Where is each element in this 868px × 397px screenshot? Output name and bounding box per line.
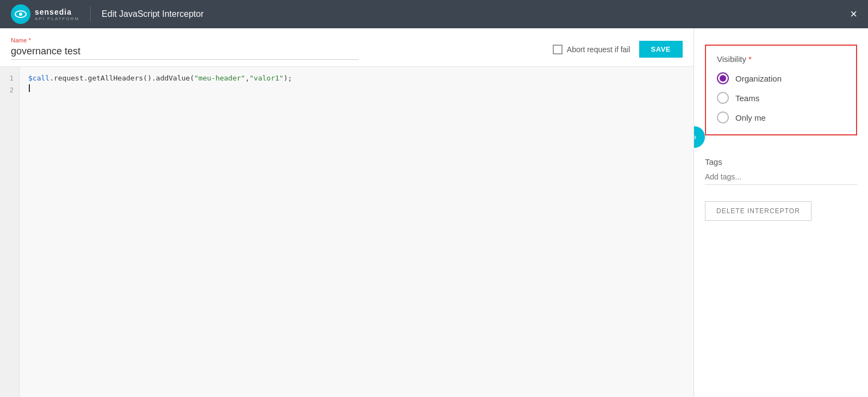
radio-circle-organization xyxy=(717,72,729,84)
abort-checkbox[interactable] xyxy=(553,45,563,54)
name-field-wrapper: Name * xyxy=(11,37,359,60)
page-title: Edit JavaScript Interceptor xyxy=(102,9,204,19)
code-line-1: $call.request.getAllHeaders().addValue("… xyxy=(28,72,685,84)
svg-point-2 xyxy=(19,13,22,16)
line-num-2: 2 xyxy=(9,84,14,96)
line-numbers: 1 2 xyxy=(0,67,20,397)
tags-input[interactable] xyxy=(705,172,857,185)
right-sidebar: » Visibility * Organization Teams Only m… xyxy=(694,28,868,397)
radio-teams[interactable]: Teams xyxy=(717,92,845,104)
code-content[interactable]: $call.request.getAllHeaders().addValue("… xyxy=(20,67,694,397)
code-var: $call xyxy=(28,72,49,84)
radio-only-me[interactable]: Only me xyxy=(717,111,845,123)
code-editor: 1 2 $call.request.getAllHeaders().addVal… xyxy=(0,67,694,397)
close-button[interactable]: × xyxy=(850,8,857,20)
header-left: sensedia API PLATFORM Edit JavaScript In… xyxy=(11,4,204,24)
name-section: Name * Abort request if fail SAVE xyxy=(0,28,694,67)
delete-section: DELETE INTERCEPTOR xyxy=(694,196,868,232)
visibility-title: Visibility * xyxy=(717,54,845,64)
code-end: ); xyxy=(284,72,292,84)
code-method: .request.getAllHeaders().addValue( xyxy=(49,72,194,84)
radio-circle-only-me xyxy=(717,111,729,123)
name-label: Name * xyxy=(11,37,359,44)
visibility-panel: Visibility * Organization Teams Only me xyxy=(705,45,857,135)
main-panel: Name * Abort request if fail SAVE 1 2 $c… xyxy=(0,28,694,397)
tags-title: Tags xyxy=(705,157,857,166)
content-area: Name * Abort request if fail SAVE 1 2 $c… xyxy=(0,28,868,397)
radio-label-teams: Teams xyxy=(735,94,759,103)
sensedia-logo-icon xyxy=(11,4,30,24)
code-line-2 xyxy=(28,84,685,92)
visibility-title-text: Visibility xyxy=(717,54,746,64)
name-row-right: Abort request if fail SAVE xyxy=(553,41,683,60)
code-string-1: "meu-header" xyxy=(194,72,245,84)
logo-sub: API PLATFORM xyxy=(35,16,79,21)
header-divider xyxy=(90,7,91,22)
logo: sensedia API PLATFORM xyxy=(11,4,79,24)
tags-section: Tags xyxy=(694,146,868,196)
app-header: sensedia API PLATFORM Edit JavaScript In… xyxy=(0,0,868,28)
abort-checkbox-area: Abort request if fail xyxy=(553,45,630,54)
logo-text-area: sensedia API PLATFORM xyxy=(35,8,79,21)
abort-label: Abort request if fail xyxy=(567,45,630,54)
name-input[interactable] xyxy=(11,46,359,60)
code-string-2: "valor1" xyxy=(249,72,284,84)
code-comma: , xyxy=(245,72,249,84)
logo-name: sensedia xyxy=(35,8,79,16)
radio-label-only-me: Only me xyxy=(735,113,766,122)
sidebar-toggle-button[interactable]: » xyxy=(694,126,705,148)
radio-circle-teams xyxy=(717,92,729,104)
delete-interceptor-button[interactable]: DELETE INTERCEPTOR xyxy=(705,201,811,221)
visibility-required: * xyxy=(746,54,752,64)
line-num-1: 1 xyxy=(9,72,14,84)
radio-label-organization: Organization xyxy=(735,74,782,83)
save-button[interactable]: SAVE xyxy=(639,41,683,58)
radio-organization[interactable]: Organization xyxy=(717,72,845,84)
cursor xyxy=(29,84,30,92)
